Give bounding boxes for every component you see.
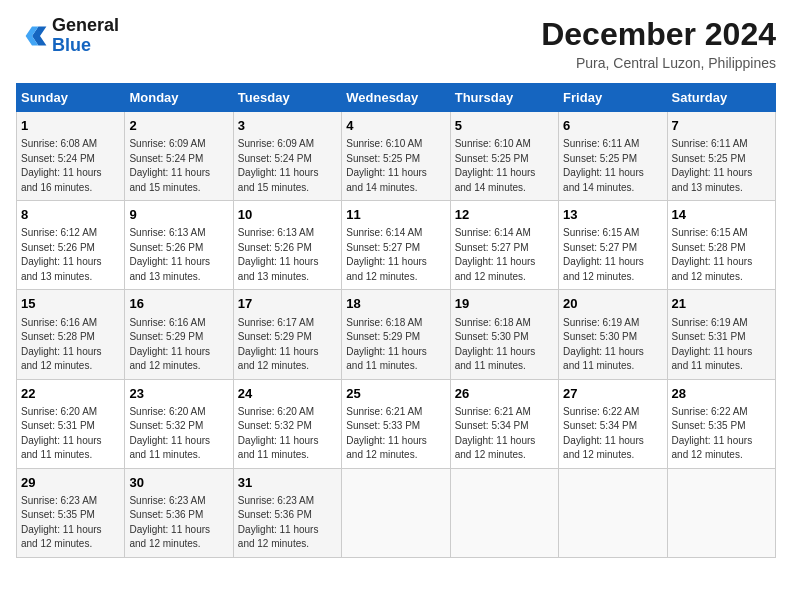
day-number: 29 [21,474,120,492]
table-row: 31Sunrise: 6:23 AM Sunset: 5:36 PM Dayli… [233,468,341,557]
day-number: 3 [238,117,337,135]
day-info: Sunrise: 6:23 AM Sunset: 5:36 PM Dayligh… [238,494,337,552]
table-row: 17Sunrise: 6:17 AM Sunset: 5:29 PM Dayli… [233,290,341,379]
table-row: 5Sunrise: 6:10 AM Sunset: 5:25 PM Daylig… [450,112,558,201]
table-row [450,468,558,557]
location-subtitle: Pura, Central Luzon, Philippines [541,55,776,71]
day-number: 21 [672,295,771,313]
day-number: 31 [238,474,337,492]
day-number: 24 [238,385,337,403]
day-number: 1 [21,117,120,135]
table-row: 2Sunrise: 6:09 AM Sunset: 5:24 PM Daylig… [125,112,233,201]
day-number: 11 [346,206,445,224]
table-row: 21Sunrise: 6:19 AM Sunset: 5:31 PM Dayli… [667,290,775,379]
table-row: 23Sunrise: 6:20 AM Sunset: 5:32 PM Dayli… [125,379,233,468]
day-info: Sunrise: 6:19 AM Sunset: 5:31 PM Dayligh… [672,316,771,374]
day-info: Sunrise: 6:23 AM Sunset: 5:36 PM Dayligh… [129,494,228,552]
logo-text: General Blue [52,16,119,56]
day-info: Sunrise: 6:17 AM Sunset: 5:29 PM Dayligh… [238,316,337,374]
day-info: Sunrise: 6:11 AM Sunset: 5:25 PM Dayligh… [563,137,662,195]
page-header: General Blue December 2024 Pura, Central… [16,16,776,71]
table-row: 16Sunrise: 6:16 AM Sunset: 5:29 PM Dayli… [125,290,233,379]
day-info: Sunrise: 6:15 AM Sunset: 5:28 PM Dayligh… [672,226,771,284]
day-number: 5 [455,117,554,135]
table-row: 12Sunrise: 6:14 AM Sunset: 5:27 PM Dayli… [450,201,558,290]
table-row: 30Sunrise: 6:23 AM Sunset: 5:36 PM Dayli… [125,468,233,557]
day-info: Sunrise: 6:13 AM Sunset: 5:26 PM Dayligh… [238,226,337,284]
table-row: 27Sunrise: 6:22 AM Sunset: 5:34 PM Dayli… [559,379,667,468]
day-info: Sunrise: 6:10 AM Sunset: 5:25 PM Dayligh… [346,137,445,195]
table-row: 1Sunrise: 6:08 AM Sunset: 5:24 PM Daylig… [17,112,125,201]
day-number: 9 [129,206,228,224]
day-number: 16 [129,295,228,313]
day-number: 27 [563,385,662,403]
table-row: 20Sunrise: 6:19 AM Sunset: 5:30 PM Dayli… [559,290,667,379]
table-row: 24Sunrise: 6:20 AM Sunset: 5:32 PM Dayli… [233,379,341,468]
day-number: 13 [563,206,662,224]
header-thursday: Thursday [450,84,558,112]
day-info: Sunrise: 6:10 AM Sunset: 5:25 PM Dayligh… [455,137,554,195]
table-row: 11Sunrise: 6:14 AM Sunset: 5:27 PM Dayli… [342,201,450,290]
logo: General Blue [16,16,119,56]
calendar-week-1: 8Sunrise: 6:12 AM Sunset: 5:26 PM Daylig… [17,201,776,290]
table-row: 26Sunrise: 6:21 AM Sunset: 5:34 PM Dayli… [450,379,558,468]
title-block: December 2024 Pura, Central Luzon, Phili… [541,16,776,71]
day-info: Sunrise: 6:20 AM Sunset: 5:32 PM Dayligh… [129,405,228,463]
day-info: Sunrise: 6:08 AM Sunset: 5:24 PM Dayligh… [21,137,120,195]
day-number: 18 [346,295,445,313]
day-info: Sunrise: 6:20 AM Sunset: 5:32 PM Dayligh… [238,405,337,463]
table-row: 4Sunrise: 6:10 AM Sunset: 5:25 PM Daylig… [342,112,450,201]
day-info: Sunrise: 6:11 AM Sunset: 5:25 PM Dayligh… [672,137,771,195]
table-row: 19Sunrise: 6:18 AM Sunset: 5:30 PM Dayli… [450,290,558,379]
day-info: Sunrise: 6:19 AM Sunset: 5:30 PM Dayligh… [563,316,662,374]
table-row: 28Sunrise: 6:22 AM Sunset: 5:35 PM Dayli… [667,379,775,468]
header-friday: Friday [559,84,667,112]
calendar-week-4: 29Sunrise: 6:23 AM Sunset: 5:35 PM Dayli… [17,468,776,557]
day-info: Sunrise: 6:16 AM Sunset: 5:28 PM Dayligh… [21,316,120,374]
day-number: 15 [21,295,120,313]
day-info: Sunrise: 6:20 AM Sunset: 5:31 PM Dayligh… [21,405,120,463]
header-tuesday: Tuesday [233,84,341,112]
table-row: 10Sunrise: 6:13 AM Sunset: 5:26 PM Dayli… [233,201,341,290]
day-number: 23 [129,385,228,403]
calendar-week-0: 1Sunrise: 6:08 AM Sunset: 5:24 PM Daylig… [17,112,776,201]
table-row: 3Sunrise: 6:09 AM Sunset: 5:24 PM Daylig… [233,112,341,201]
day-number: 25 [346,385,445,403]
day-info: Sunrise: 6:16 AM Sunset: 5:29 PM Dayligh… [129,316,228,374]
calendar-table: Sunday Monday Tuesday Wednesday Thursday… [16,83,776,558]
day-number: 19 [455,295,554,313]
day-info: Sunrise: 6:22 AM Sunset: 5:34 PM Dayligh… [563,405,662,463]
day-number: 10 [238,206,337,224]
day-info: Sunrise: 6:22 AM Sunset: 5:35 PM Dayligh… [672,405,771,463]
table-row: 25Sunrise: 6:21 AM Sunset: 5:33 PM Dayli… [342,379,450,468]
day-info: Sunrise: 6:18 AM Sunset: 5:30 PM Dayligh… [455,316,554,374]
month-title: December 2024 [541,16,776,53]
calendar-week-2: 15Sunrise: 6:16 AM Sunset: 5:28 PM Dayli… [17,290,776,379]
day-info: Sunrise: 6:14 AM Sunset: 5:27 PM Dayligh… [346,226,445,284]
table-row: 29Sunrise: 6:23 AM Sunset: 5:35 PM Dayli… [17,468,125,557]
day-number: 28 [672,385,771,403]
day-number: 14 [672,206,771,224]
day-info: Sunrise: 6:12 AM Sunset: 5:26 PM Dayligh… [21,226,120,284]
day-number: 20 [563,295,662,313]
day-number: 30 [129,474,228,492]
day-info: Sunrise: 6:14 AM Sunset: 5:27 PM Dayligh… [455,226,554,284]
calendar-week-3: 22Sunrise: 6:20 AM Sunset: 5:31 PM Dayli… [17,379,776,468]
day-number: 6 [563,117,662,135]
header-monday: Monday [125,84,233,112]
table-row: 13Sunrise: 6:15 AM Sunset: 5:27 PM Dayli… [559,201,667,290]
day-info: Sunrise: 6:13 AM Sunset: 5:26 PM Dayligh… [129,226,228,284]
table-row [667,468,775,557]
table-row: 8Sunrise: 6:12 AM Sunset: 5:26 PM Daylig… [17,201,125,290]
day-number: 17 [238,295,337,313]
day-info: Sunrise: 6:18 AM Sunset: 5:29 PM Dayligh… [346,316,445,374]
header-saturday: Saturday [667,84,775,112]
day-number: 2 [129,117,228,135]
day-info: Sunrise: 6:21 AM Sunset: 5:34 PM Dayligh… [455,405,554,463]
day-info: Sunrise: 6:15 AM Sunset: 5:27 PM Dayligh… [563,226,662,284]
day-number: 7 [672,117,771,135]
table-row: 7Sunrise: 6:11 AM Sunset: 5:25 PM Daylig… [667,112,775,201]
day-info: Sunrise: 6:09 AM Sunset: 5:24 PM Dayligh… [129,137,228,195]
day-number: 26 [455,385,554,403]
calendar-header-row: Sunday Monday Tuesday Wednesday Thursday… [17,84,776,112]
